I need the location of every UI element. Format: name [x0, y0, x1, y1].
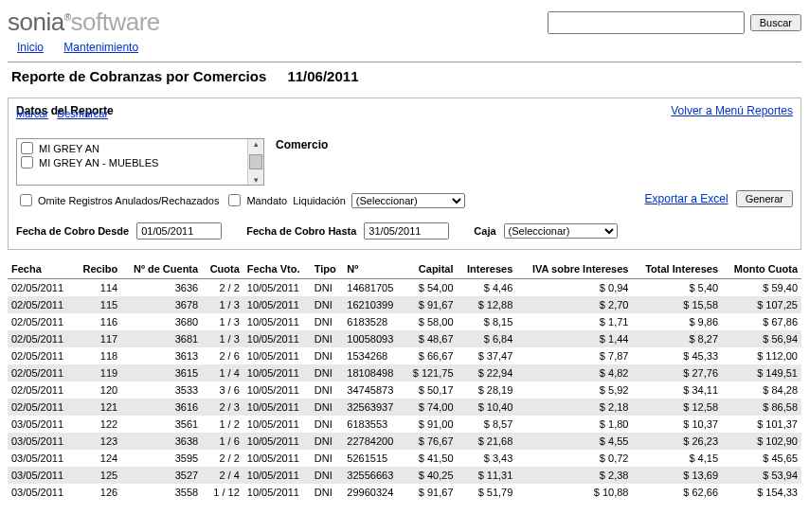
cell-capital: $ 40,25 — [404, 467, 458, 484]
cell-cuota: 1 / 6 — [202, 433, 243, 450]
generate-button[interactable]: Generar — [736, 190, 793, 207]
cell-cuenta: 3680 — [121, 313, 202, 330]
mandato-checkbox[interactable] — [228, 194, 241, 206]
table-row: 03/05/201112435952 / 210/05/2011DNI52615… — [8, 450, 801, 467]
mandato-checkbox-label[interactable]: Mandato — [225, 191, 287, 209]
nav-maintenance[interactable]: Mantenimiento — [63, 41, 138, 54]
omite-checkbox[interactable] — [20, 194, 32, 206]
cell-iva: $ 0,72 — [516, 450, 632, 467]
cell-totint: $ 26,23 — [632, 433, 722, 450]
cell-iva: $ 0,94 — [516, 279, 632, 297]
cell-iva: $ 4,55 — [516, 433, 632, 450]
cell-intereses: $ 12,88 — [458, 296, 517, 313]
cell-tipo: DNI — [311, 279, 344, 297]
cell-fecha: 02/05/2011 — [8, 279, 74, 297]
cell-vto: 10/05/2011 — [243, 467, 311, 484]
scroll-thumb[interactable] — [249, 154, 262, 169]
cell-recibo: 121 — [74, 399, 121, 416]
mandato-text: Mandato — [246, 195, 287, 206]
top-bar: sonia®software Buscar — [8, 8, 801, 37]
liquidacion-select[interactable]: (Seleccionar) — [351, 193, 465, 208]
nav-home[interactable]: Inicio — [17, 41, 44, 54]
cell-nro: 6183553 — [343, 416, 404, 433]
nav-links: Inicio Mantenimiento — [17, 41, 801, 54]
cell-vto: 10/05/2011 — [243, 484, 311, 501]
cell-cuenta: 3613 — [121, 347, 202, 364]
omite-checkbox-label[interactable]: Omite Registros Anulados/Rechazados — [16, 191, 219, 209]
dates-row: Fecha de Cobro Desde Fecha de Cobro Hast… — [16, 222, 793, 239]
cell-fecha: 02/05/2011 — [8, 399, 74, 416]
comercio-listbox[interactable]: MI GREY AN MI GREY AN - MUEBLES ▴ ▾ — [16, 138, 264, 186]
cell-tipo: DNI — [311, 364, 344, 381]
list-item-checkbox[interactable] — [21, 156, 33, 168]
fecha-hasta-input[interactable] — [364, 222, 449, 239]
cell-monto: $ 53,94 — [722, 467, 801, 484]
scroll-down-icon[interactable]: ▾ — [254, 175, 259, 185]
cell-cuota: 1 / 4 — [202, 364, 243, 381]
comercio-row: Marcar Desmarcar MI GREY AN MI GREY AN -… — [16, 123, 793, 186]
list-item[interactable]: MI GREY AN - MUEBLES — [21, 155, 243, 169]
cell-iva: $ 2,18 — [516, 399, 632, 416]
cell-recibo: 122 — [74, 416, 121, 433]
report-table: Fecha Recibo Nº de Cuenta Cuota Fecha Vt… — [8, 259, 801, 501]
col-monto: Monto Cuota — [722, 259, 801, 279]
back-to-reports-link[interactable]: Volver a Menú Reportes — [671, 104, 793, 117]
cell-capital: $ 76,67 — [404, 433, 458, 450]
cell-fecha: 02/05/2011 — [8, 364, 74, 381]
panel-header: Datos del Reporte Volver a Menú Reportes — [16, 104, 793, 117]
cell-cuenta: 3561 — [121, 416, 202, 433]
cell-recibo: 118 — [74, 347, 121, 364]
page-title: Reporte de Cobranzas por Comercios 11/06… — [11, 68, 801, 84]
cell-capital: $ 48,67 — [404, 330, 458, 347]
cell-nro: 32563937 — [343, 399, 404, 416]
report-panel: Datos del Reporte Volver a Menú Reportes… — [8, 98, 801, 250]
col-cuota: Cuota — [202, 259, 243, 279]
cell-monto: $ 59,40 — [722, 279, 801, 297]
cell-cuenta: 3638 — [121, 433, 202, 450]
brand-reg: ® — [64, 12, 71, 23]
cell-cuenta: 3533 — [121, 381, 202, 399]
fecha-desde-input[interactable] — [136, 222, 222, 239]
list-item-checkbox[interactable] — [21, 142, 33, 154]
cell-tipo: DNI — [311, 347, 344, 364]
marcar-link[interactable]: Marcar — [16, 108, 48, 119]
panel-actions: Exportar a Excel Generar — [645, 190, 793, 207]
desmarcar-link[interactable]: Desmarcar — [57, 108, 108, 119]
cell-totint: $ 45,33 — [632, 347, 722, 364]
cell-nro: 16210399 — [343, 296, 404, 313]
cell-tipo: DNI — [311, 330, 344, 347]
page-title-date: 11/06/2011 — [287, 68, 358, 84]
cell-fecha: 02/05/2011 — [8, 296, 74, 313]
search-button[interactable]: Buscar — [750, 14, 801, 31]
cell-intereses: $ 4,46 — [458, 279, 517, 297]
cell-intereses: $ 21,68 — [458, 433, 517, 450]
cell-iva: $ 2,70 — [516, 296, 632, 313]
caja-select[interactable]: (Seleccionar) — [504, 223, 618, 239]
cell-cuenta: 3636 — [121, 279, 202, 297]
export-excel-link[interactable]: Exportar a Excel — [645, 192, 728, 205]
cell-cuota: 2 / 4 — [202, 467, 243, 484]
search-form: Buscar — [548, 11, 801, 34]
cell-cuota: 2 / 6 — [202, 347, 243, 364]
cell-fecha: 03/05/2011 — [8, 450, 74, 467]
listbox-scrollbar[interactable]: ▴ ▾ — [247, 139, 263, 185]
col-totint: Total Intereses — [632, 259, 722, 279]
scroll-up-icon[interactable]: ▴ — [254, 139, 259, 149]
col-tipo: Tipo — [311, 259, 344, 279]
cell-intereses: $ 10,40 — [458, 399, 517, 416]
search-input[interactable] — [548, 11, 745, 34]
cell-recibo: 125 — [74, 467, 121, 484]
cell-nro: 1534268 — [343, 347, 404, 364]
cell-cuota: 1 / 12 — [202, 484, 243, 501]
list-item-label: MI GREY AN - MUEBLES — [39, 157, 158, 168]
cell-iva: $ 5,92 — [516, 381, 632, 399]
list-item[interactable]: MI GREY AN — [21, 141, 243, 155]
table-header: Fecha Recibo Nº de Cuenta Cuota Fecha Vt… — [8, 259, 801, 279]
cell-monto: $ 67,86 — [722, 313, 801, 330]
cell-fecha: 02/05/2011 — [8, 347, 74, 364]
marcar-links: Marcar Desmarcar — [16, 108, 114, 119]
comercio-label: Comercio — [276, 123, 328, 151]
table-row: 02/05/201111736811 / 310/05/2011DNI10058… — [8, 330, 801, 347]
cell-monto: $ 84,28 — [722, 381, 801, 399]
col-fecha: Fecha — [8, 259, 74, 279]
